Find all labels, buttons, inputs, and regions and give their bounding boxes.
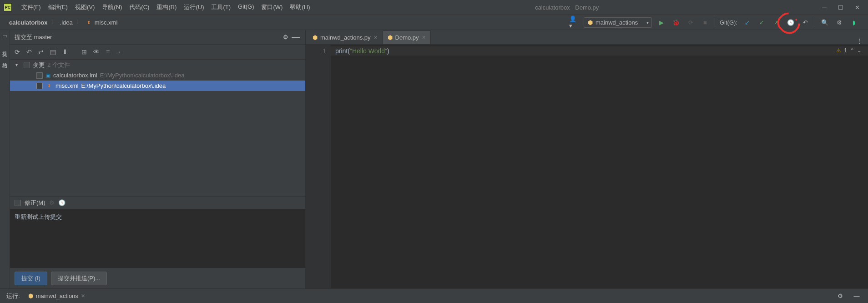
tabs-more-icon[interactable]: ⋮ — [851, 37, 868, 44]
shelve-icon[interactable]: ⬇ — [62, 48, 68, 56]
commit-button[interactable]: 提交 (I) — [15, 272, 47, 285]
tab-mainwd-actions[interactable]: ⬢ mainwd_actions.py ✕ — [308, 30, 383, 44]
line-number: 1 — [306, 47, 326, 55]
iml-file-icon: ▣ — [45, 72, 50, 79]
hide-icon[interactable]: — — [291, 32, 301, 42]
separator — [715, 18, 715, 27]
gear-icon[interactable]: ⚙ — [835, 291, 845, 301]
commit-tool-window: 提交至 master ⚙ — ⟳ ↶ ⇄ ▤ ⬇ ⊞ 👁 ≡ ⫠ ▾ — [10, 30, 306, 288]
commit-push-button[interactable]: 提交并推送(P)... — [51, 272, 107, 285]
git-push-button[interactable]: ↗ — [771, 17, 781, 27]
git-commit-button[interactable]: ✓ — [757, 17, 767, 27]
commit-toolbar: ⟳ ↶ ⇄ ▤ ⬇ ⊞ 👁 ≡ ⫠ — [10, 45, 305, 60]
commit-message-input[interactable]: 重新测试上传提交 — [10, 209, 305, 268]
menu-help[interactable]: 帮助(H) — [287, 2, 313, 13]
changes-count: 2 个文件 — [47, 61, 70, 69]
menu-git[interactable]: Git(G) — [235, 2, 257, 13]
refresh-icon[interactable]: ⟳ — [15, 48, 20, 56]
close-icon[interactable]: ✕ — [81, 293, 85, 299]
run-config-label: mainwd_actions — [595, 19, 638, 26]
file-path: E:\MyPython\calculatorbox\.idea — [100, 72, 185, 79]
gear-icon[interactable]: ⚙ — [49, 199, 55, 206]
expand-icon[interactable]: ≡ — [106, 48, 110, 56]
structure-tool-button[interactable]: 结构 — [1, 57, 8, 60]
file-name: calculatorbox.iml — [53, 72, 97, 79]
diff-icon[interactable]: ⇄ — [38, 48, 44, 56]
collapse-icon[interactable]: ⫠ — [116, 48, 122, 56]
amend-checkbox[interactable] — [15, 200, 21, 206]
xml-file-icon: ⬍ — [85, 19, 92, 26]
git-update-button[interactable]: ↙ — [742, 17, 752, 27]
amend-label: 修正(M) — [25, 199, 45, 207]
file-name: misc.xml — [56, 82, 79, 89]
menu-code[interactable]: 代码(C) — [126, 2, 152, 13]
chevron-right-icon: 〉 — [76, 18, 82, 26]
code-token-string: "Hello World" — [350, 47, 387, 55]
breadcrumb-project[interactable]: calculatorbox — [9, 19, 48, 26]
run-label: 运行: — [6, 292, 20, 300]
line-gutter: 1 — [306, 45, 331, 288]
file-row[interactable]: ▣ calculatorbox.iml E:\MyPython\calculat… — [10, 70, 305, 81]
navigation-bar: calculatorbox 〉 .idea 〉 ⬍ misc.xml 👤▾ ⬢ … — [0, 15, 868, 30]
maximize-icon[interactable]: ☐ — [837, 4, 844, 11]
toolbox-button[interactable]: ◗ — [849, 17, 859, 27]
app-icon: PC — [4, 3, 12, 11]
git-history-button[interactable]: 🕓 — [786, 17, 796, 27]
menu-view[interactable]: 视图(V) — [72, 2, 98, 13]
editor-body[interactable]: 1 print("Hello World") ⚠ 1 ⌃ ⌄ — [306, 45, 868, 288]
file-path: E:\MyPython\calculatorbox\.idea — [81, 82, 166, 89]
stop-button[interactable]: ■ — [700, 17, 710, 27]
tab-label: Demo.py — [395, 34, 419, 41]
chevron-right-icon: 〉 — [51, 18, 57, 26]
tab-demo[interactable]: ⬢ Demo.py ✕ — [383, 30, 431, 44]
close-icon[interactable]: ✕ — [853, 4, 861, 11]
menu-file[interactable]: 文件(F) — [18, 2, 44, 13]
search-button[interactable]: 🔍 — [820, 17, 830, 27]
minimize-icon[interactable]: ─ — [821, 4, 828, 11]
amend-row: 修正(M) ⚙ 🕓 — [10, 196, 305, 209]
menu-navigate[interactable]: 导航(N) — [99, 2, 125, 13]
menu-tools[interactable]: 工具(T) — [208, 2, 234, 13]
breadcrumb-folder[interactable]: .idea — [60, 19, 73, 26]
breadcrumb-file[interactable]: ⬍ misc.xml — [85, 19, 118, 26]
checkbox[interactable] — [36, 72, 43, 79]
checkbox[interactable] — [36, 83, 43, 89]
main-menu: 文件(F) 编辑(E) 视图(V) 导航(N) 代码(C) 重构(R) 运行(U… — [18, 2, 313, 13]
group-icon[interactable]: ⊞ — [81, 48, 87, 56]
gear-icon[interactable]: ⚙ — [281, 32, 291, 42]
chevron-down-icon[interactable]: ▾ — [15, 62, 21, 67]
git-revert-button[interactable]: ↶ — [800, 17, 810, 27]
history-icon[interactable]: 🕓 — [58, 199, 66, 206]
run-button[interactable]: ▶ — [656, 17, 666, 27]
menu-run[interactable]: 运行(U) — [181, 2, 207, 13]
file-row[interactable]: ⬍ misc.xml E:\MyPython\calculatorbox\.id… — [10, 81, 305, 91]
menu-window[interactable]: 窗口(W) — [258, 2, 286, 13]
close-icon[interactable]: ✕ — [422, 35, 426, 40]
debug-button[interactable]: 🐞 — [671, 17, 681, 27]
changes-group-row[interactable]: ▾ 变更 2 个文件 — [10, 60, 305, 70]
settings-button[interactable]: ⚙ — [834, 17, 844, 27]
python-icon: ⬢ — [313, 34, 318, 41]
tab-label: mainwd_actions.py — [320, 34, 371, 41]
rollback-icon[interactable]: ↶ — [26, 48, 32, 56]
run-tab[interactable]: ⬢ mainwd_actions ✕ — [25, 292, 89, 300]
menu-refactor[interactable]: 重构(R) — [153, 2, 180, 13]
hide-icon[interactable]: — — [852, 291, 862, 301]
window-title: calculatorbox - Demo.py — [313, 4, 821, 11]
checkbox[interactable] — [24, 62, 30, 68]
commit-panel-title: 提交至 master — [15, 33, 281, 41]
show-icon[interactable]: 👁 — [93, 48, 100, 56]
run-config-selector[interactable]: ⬢ mainwd_actions — [584, 17, 652, 28]
menu-edit[interactable]: 编辑(E) — [45, 2, 71, 13]
changelist-icon[interactable]: ▤ — [50, 48, 56, 56]
python-icon: ⬢ — [388, 34, 393, 41]
code-area[interactable]: print("Hello World") ⚠ 1 ⌃ ⌄ — [331, 45, 868, 288]
user-icon[interactable]: 👤▾ — [569, 17, 579, 27]
changes-tree: ▾ 变更 2 个文件 ▣ calculatorbox.iml E:\MyPyth… — [10, 60, 305, 196]
project-tool-icon[interactable]: ▭ — [2, 33, 7, 39]
code-token-fn: print — [335, 47, 348, 55]
coverage-button[interactable]: ⟳ — [686, 17, 696, 27]
changes-label: 变更 — [33, 61, 45, 69]
close-icon[interactable]: ✕ — [373, 35, 378, 40]
commit-tool-button[interactable]: 提交 — [1, 46, 8, 49]
